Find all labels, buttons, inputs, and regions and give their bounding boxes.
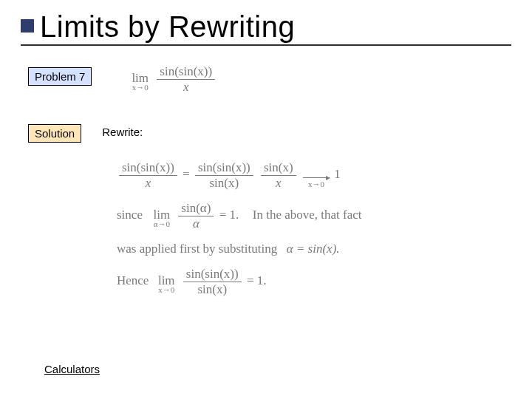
- since-line: since lim α→0 sin(α) α = 1. In the above…: [117, 201, 510, 231]
- slide: Limits by Rewriting Problem 7 lim x→0 si…: [0, 0, 532, 399]
- rewrite-equation: sin(sin(x)) x = sin(sin(x)) sin(x) sin(x…: [117, 160, 510, 191]
- title-bullet-icon: [21, 19, 34, 33]
- substitution-line: was applied first by substituting α = si…: [117, 242, 510, 256]
- hence-line: Hence lim x→0 sin(sin(x)) sin(x) = 1.: [117, 267, 510, 297]
- calculators-link[interactable]: Calculators: [44, 363, 100, 375]
- title-underline: [21, 44, 511, 46]
- page-title: Limits by Rewriting: [40, 9, 510, 44]
- rewrite-label: Rewrite:: [102, 126, 143, 138]
- problem-tag: Problem 7: [28, 67, 92, 86]
- limit-arrow-icon: x→0: [303, 177, 330, 189]
- derivation-block: sin(sin(x)) x = sin(sin(x)) sin(x) sin(x…: [117, 160, 510, 297]
- solution-tag: Solution: [28, 124, 81, 143]
- problem-expression: lim x→0 sin(sin(x)) x: [132, 64, 217, 95]
